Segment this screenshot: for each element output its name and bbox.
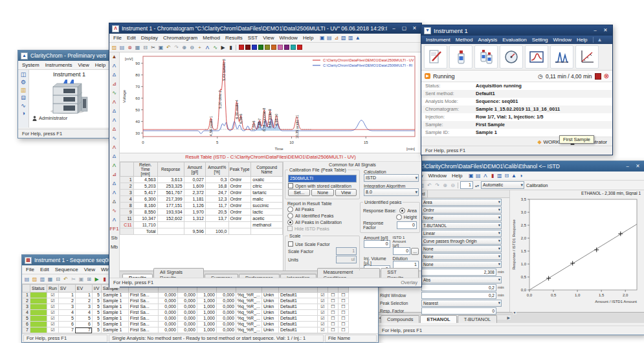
cell[interactable]: 5 (92, 316, 101, 322)
cell[interactable]: ☑ (317, 316, 328, 322)
cell[interactable]: 6 (23, 322, 30, 327)
column-header[interactable]: Peak Type (228, 162, 251, 177)
cell[interactable]: 4 (120, 196, 134, 203)
redo-icon[interactable]: ↷ (173, 44, 179, 51)
menu-item[interactable]: System (19, 62, 42, 68)
menu-item[interactable]: Edit (124, 35, 139, 41)
calib-view-icon[interactable]: ▣ (468, 172, 474, 179)
menu-item[interactable]: Chromatogram (161, 35, 200, 41)
cell[interactable]: Sample 1 (101, 298, 128, 304)
titlebar[interactable]: ▲ ClarityChrom - Preliminary version (18, 50, 109, 61)
cell[interactable]: 1 (23, 293, 30, 298)
cell[interactable]: 7 (75, 327, 92, 333)
cell[interactable]: 217,399 (157, 196, 184, 203)
cell[interactable]: Sample 1 (101, 327, 128, 333)
cell[interactable]: 0,000 (158, 293, 177, 298)
calculation-select[interactable]: ISTD (364, 174, 419, 182)
column-header[interactable]: Amount% [%] (205, 162, 228, 177)
cell[interactable]: ☑ (317, 293, 328, 298)
area-radio[interactable] (399, 208, 405, 214)
signals-icon[interactable]: ▤ (326, 34, 332, 41)
hide-istd-checkbox[interactable] (287, 226, 293, 231)
cell[interactable]: Ordnr (228, 196, 251, 203)
cell[interactable]: acetic (251, 216, 283, 222)
cell[interactable]: First Sa... (128, 322, 158, 327)
cell[interactable]: 2 (120, 183, 134, 190)
cell[interactable]: 5 (92, 327, 101, 333)
undo-icon[interactable]: ↶ (427, 182, 432, 189)
table-row[interactable]: 35,417561,7672,37224,7Ordnrtartaric (120, 190, 283, 196)
table-row[interactable]: 88,160177,1511,12611,7Ordnrsuccinic (120, 203, 283, 209)
cell[interactable] (205, 222, 228, 228)
sequence-button[interactable] (474, 45, 498, 69)
cell[interactable]: 5 (92, 310, 101, 316)
menu-item[interactable]: Setting (529, 37, 551, 43)
cell[interactable]: 0,000 (158, 304, 177, 310)
overlay-color-swatch[interactable] (265, 45, 270, 50)
cell[interactable]: 0,000 (216, 293, 236, 298)
table-row[interactable]: 1☑115Sample 1First Sa...0,0000,0001,0000… (23, 293, 349, 298)
cell[interactable]: 11,710 (133, 222, 157, 228)
cell[interactable]: Sample 1 (101, 310, 128, 316)
property-control[interactable]: 0 (421, 307, 496, 315)
height-radio[interactable] (396, 214, 402, 220)
table-row[interactable]: 3☑335Sample 1First Sa...0,0000,0001,0000… (23, 304, 349, 310)
integration-tool-icon[interactable]: ⊿ (109, 80, 119, 89)
help-icon[interactable]: ◑ (518, 172, 524, 179)
cell[interactable]: Ordnr (228, 216, 251, 222)
cell[interactable]: 6 (58, 322, 75, 327)
all-calibration-radio[interactable] (287, 219, 293, 225)
menu-item[interactable]: Sequence (52, 267, 81, 272)
property-control[interactable]: None (421, 245, 502, 252)
cell[interactable]: malic (251, 196, 283, 203)
overlay-color-swatch[interactable] (245, 45, 250, 50)
cell[interactable]: ☐ (338, 310, 348, 316)
table-row[interactable]: 7☑775Sample 1First Sa...0,0000,0001,0000… (23, 327, 349, 333)
cell[interactable] (30, 327, 47, 333)
cell[interactable]: ☐ (328, 322, 338, 327)
cell[interactable]: ☐ (338, 298, 348, 304)
cell[interactable]: 0,000 (216, 327, 236, 333)
window-control-button[interactable]: – (591, 27, 599, 34)
method-setup-button[interactable] (424, 45, 447, 69)
titlebar[interactable]: ▼ Instrument 1 –✕ (421, 25, 612, 36)
table-row[interactable]: 6☑665Sample 1First Sa...0,0000,0001,0000… (23, 322, 349, 327)
cell[interactable]: Ordnr (228, 177, 251, 183)
cell[interactable]: 152,602 (157, 216, 184, 222)
select-tool-icon[interactable]: ▲ (109, 52, 119, 61)
tab[interactable]: T-BUTANOL (458, 315, 498, 323)
standard-icon[interactable]: ▥ (496, 172, 502, 179)
cell[interactable]: ☑ (47, 310, 59, 316)
bottle-icon[interactable]: ▮ (489, 172, 495, 179)
titlebar[interactable]: Λ Instrument 1 - Chromatogram "C:\Clarit… (109, 23, 421, 34)
cell[interactable]: 1,000 (197, 327, 216, 333)
cell[interactable]: 0,000 (177, 310, 197, 316)
instrument-panel[interactable]: Instrument 1 Administrator (29, 70, 109, 127)
column-header[interactable]: Reten. Time [min] (133, 162, 157, 177)
overlay-toggle-icon[interactable]: ▣ (319, 34, 325, 41)
cell[interactable]: 0,000 (216, 316, 236, 322)
cell[interactable]: 1,126 (184, 203, 205, 209)
property-control[interactable]: Curve passes through Origin (421, 238, 502, 245)
table-row[interactable]: Total9,596100,0 (120, 228, 283, 235)
zoom-out-icon[interactable]: ⊖ (450, 182, 456, 189)
cell[interactable]: ☐ (338, 293, 348, 298)
3d-view-icon[interactable]: ▧ (340, 34, 346, 41)
cell[interactable] (30, 298, 47, 304)
set-button[interactable]: Set... (288, 189, 310, 196)
integration-tool-icon[interactable]: Λ (109, 161, 119, 170)
cell[interactable]: Default1 (278, 293, 317, 298)
tab[interactable]: ETHANOL (420, 315, 456, 323)
cell[interactable]: 5 (92, 293, 101, 298)
menu-item[interactable]: File (23, 267, 37, 272)
cell[interactable]: 1,609 (184, 183, 205, 190)
column-header[interactable]: Compound Name (251, 162, 283, 177)
cell[interactable]: Unkn (261, 304, 278, 310)
menu-item[interactable]: Window (425, 173, 449, 179)
scroll-right-icon[interactable]: ▶ (507, 315, 510, 320)
units-input[interactable]: ul (336, 256, 357, 263)
save-sequence-icon[interactable]: ▥ (39, 276, 45, 283)
users-icon[interactable]: ◫ (21, 71, 27, 78)
play-icon[interactable]: ▶ (220, 44, 226, 51)
menu-item[interactable]: File (111, 35, 124, 41)
